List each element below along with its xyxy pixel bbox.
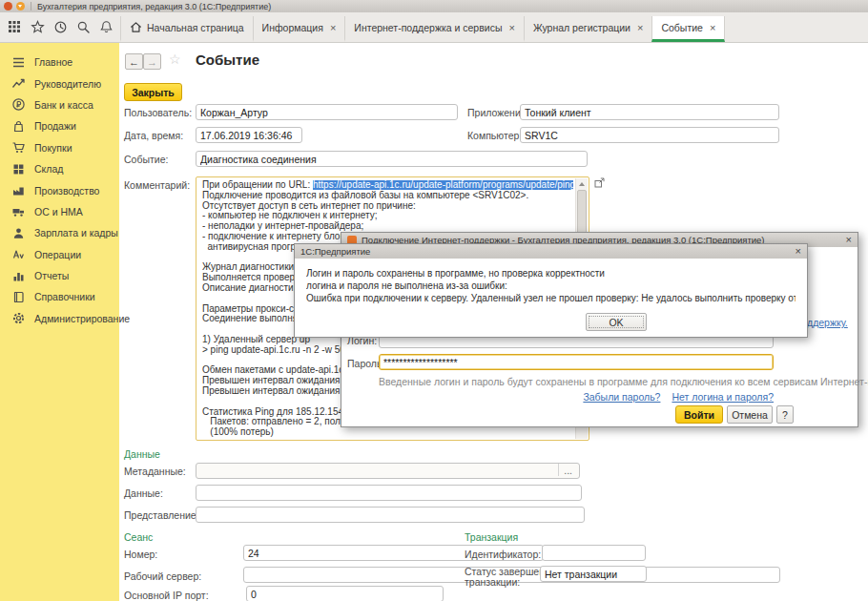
comment-line: Подключение проводится из файловой базы … <box>202 191 573 201</box>
sidebar-item-administration[interactable]: Администрирование <box>0 308 119 329</box>
apps-grid-icon[interactable] <box>7 19 22 34</box>
tab-label: Журнал регистрации <box>533 22 630 33</box>
selected-url-text: https://update-api.1c.ru/update-platform… <box>313 180 573 190</box>
titlebar-divider <box>31 2 31 10</box>
metadata-label: Метаданные: <box>124 466 186 477</box>
application-window: Бухгалтерия предприятия, редакция 3.0 (1… <box>0 0 868 601</box>
app-logo-icon <box>4 2 12 10</box>
message-text-line: Логин и пароль сохранены в программе, но… <box>306 268 796 279</box>
tab-internet-support[interactable]: Интернет-поддержка и сервисы × <box>344 16 524 42</box>
tab-label: Начальная страница <box>147 22 244 33</box>
datetime-field[interactable] <box>196 127 302 143</box>
sidebar-item-sales[interactable]: Продажи <box>0 115 119 136</box>
sidebar-item-operations[interactable]: Операции <box>0 244 119 265</box>
ok-button[interactable]: OK <box>586 313 647 331</box>
tab-close-icon[interactable]: × <box>330 22 336 33</box>
tab-bar: Начальная страница Информация × Интернет… <box>0 12 868 43</box>
search-icon[interactable] <box>75 19 91 34</box>
transaction-id-label: Идентификатор: <box>465 549 541 560</box>
login-help-button[interactable]: ? <box>776 405 794 424</box>
main-ip-port-label: Основной IP порт: <box>124 590 209 601</box>
sidebar-item-bank-cash[interactable]: Банк и касса <box>0 94 119 115</box>
session-section-header: Сеанс <box>124 531 153 543</box>
favorite-star-icon[interactable]: ☆ <box>169 52 181 67</box>
tab-close-icon[interactable]: × <box>637 22 643 33</box>
no-credentials-link[interactable]: Нет логина и пароля? <box>672 391 774 403</box>
history-icon[interactable] <box>52 19 68 34</box>
shopping-bag-icon <box>11 119 26 134</box>
close-icon[interactable]: × <box>846 235 852 245</box>
comment-line: При обращении по URL: https://update-api… <box>202 180 573 191</box>
window-titlebar: Бухгалтерия предприятия, редакция 3.0 (1… <box>0 0 868 12</box>
event-field[interactable] <box>196 151 588 167</box>
bar-chart-icon <box>11 269 26 283</box>
sidebar-item-fixed-assets[interactable]: ОС и НМА <box>0 201 119 222</box>
tab-close-icon[interactable]: × <box>508 22 514 33</box>
notifications-bell-icon[interactable] <box>98 19 114 34</box>
message-dialog-titlebar: 1С:Предприятие × <box>295 244 807 259</box>
message-dialog-title: 1С:Предприятие <box>300 246 370 257</box>
sidebar-item-purchases[interactable]: Покупки <box>0 137 119 158</box>
message-dialog: 1С:Предприятие × Логин и пароль сохранен… <box>294 243 808 338</box>
truck-icon <box>11 204 26 218</box>
message-text-line: Ошибка при подключении к серверу. Удален… <box>306 293 796 303</box>
datetime-label: Дата, время: <box>124 130 183 141</box>
close-form-button[interactable]: Закрыть <box>124 83 182 101</box>
metadata-field[interactable]: ... <box>196 463 580 479</box>
tab-registration-log[interactable]: Журнал регистрации × <box>524 16 652 42</box>
forgot-password-link[interactable]: Забыли пароль? <box>583 391 660 403</box>
back-button[interactable]: ← <box>125 53 143 70</box>
computer-field[interactable] <box>520 127 779 143</box>
sidebar-item-payroll-hr[interactable]: Зарплата и кадры <box>0 222 119 243</box>
support-link-fragment[interactable]: ддержку. <box>807 317 848 328</box>
comment-line: - компьютер не подключен к интернету; <box>202 211 573 221</box>
metadata-choose-button[interactable]: ... <box>558 464 575 476</box>
login-submit-button[interactable]: Войти <box>675 405 723 424</box>
tab-label: Событие <box>661 22 703 33</box>
sidebar-item-main[interactable]: Главное <box>0 52 119 73</box>
presentation-label: Представление: <box>124 509 199 521</box>
sidebar-item-reports[interactable]: Отчеты <box>0 265 119 286</box>
open-in-window-icon[interactable] <box>594 177 605 190</box>
sidebar-item-production[interactable]: Производство <box>0 179 119 200</box>
transaction-status-field[interactable] <box>540 566 647 582</box>
favorites-star-icon[interactable] <box>30 19 45 34</box>
window-menu-icon[interactable] <box>16 2 25 10</box>
tab-event[interactable]: Событие × <box>651 16 725 42</box>
data-field[interactable] <box>196 485 582 501</box>
close-icon[interactable]: × <box>796 246 801 257</box>
presentation-field[interactable] <box>196 507 585 523</box>
login-links-row: Забыли пароль? Нет логина и пароля? <box>583 391 774 403</box>
home-icon <box>130 21 142 35</box>
comment-line: Отсутствует доступ в сеть интернет по пр… <box>202 201 573 212</box>
transaction-section-header: Транзакция <box>465 531 518 543</box>
user-label: Пользователь: <box>124 107 192 118</box>
tab-close-icon[interactable]: × <box>710 22 715 33</box>
application-field[interactable] <box>520 104 779 120</box>
forward-button[interactable]: → <box>143 53 161 70</box>
tab-information[interactable]: Информация × <box>253 16 345 42</box>
comment-label: Комментарий: <box>124 179 190 191</box>
scroll-up-icon[interactable] <box>579 182 585 186</box>
user-field[interactable] <box>196 104 458 120</box>
data-section-header: Данные <box>124 448 160 460</box>
main-ip-port-field[interactable] <box>246 586 444 601</box>
working-server-label: Рабочий сервер: <box>124 570 201 582</box>
login-cancel-button[interactable]: Отмена <box>727 405 773 424</box>
sidebar-item-directories[interactable]: Справочники <box>0 286 119 307</box>
window-title: Бухгалтерия предприятия, редакция 3.0 (1… <box>37 2 271 11</box>
password-field[interactable] <box>379 354 774 370</box>
sidebar-item-manager[interactable]: Руководителю <box>0 73 119 93</box>
factory-icon <box>11 183 26 197</box>
tab-home[interactable]: Начальная страница <box>120 16 253 42</box>
event-label: Событие: <box>124 154 168 165</box>
computer-label: Компьютер: <box>467 130 522 141</box>
session-number-label: Номер: <box>124 549 157 560</box>
transaction-id-field[interactable] <box>542 545 646 561</box>
page-title: Событие <box>196 52 259 68</box>
sidebar-item-warehouse[interactable]: Склад <box>0 158 119 179</box>
data-label: Данные: <box>124 487 163 499</box>
tab-label: Интернет-поддержка и сервисы <box>354 22 502 33</box>
gear-icon <box>11 311 26 325</box>
letters-av-icon <box>11 247 26 261</box>
